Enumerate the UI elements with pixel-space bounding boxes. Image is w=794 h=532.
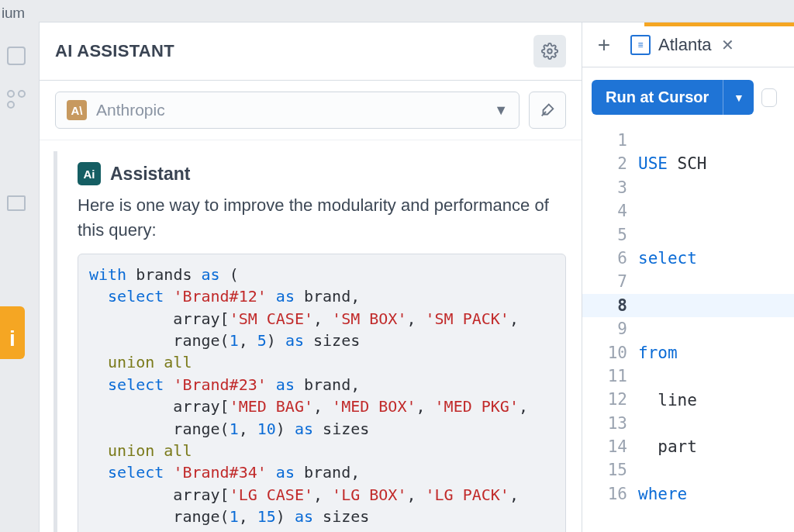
assistant-avatar-icon: Ai (78, 162, 101, 185)
model-select-dropdown[interactable]: A\ Anthropic ▼ (55, 92, 520, 129)
chevron-down-icon: ▼ (494, 102, 508, 119)
gear-icon (541, 43, 558, 60)
truncated-title: ium (0, 5, 25, 22)
toolbar-secondary-button[interactable] (761, 88, 777, 107)
editor-code-area[interactable]: USE SCH select sum(l from line part wher… (638, 127, 794, 532)
editor-tabbar: + ≡ Atlanta ✕ (582, 22, 794, 67)
run-at-cursor-button[interactable]: Run at Cursor (592, 80, 723, 115)
model-name: Anthropic (96, 101, 494, 119)
assistant-role-label: Assistant (110, 164, 191, 185)
code-editor[interactable]: 1234567 8 910111213141516 USE SCH select… (582, 127, 794, 532)
svg-point-0 (547, 49, 552, 54)
clear-chat-button[interactable] (529, 92, 566, 129)
anthropic-logo-icon: A\ (67, 100, 87, 120)
nav-icon-1[interactable] (7, 47, 26, 65)
ai-assistant-panel: AI ASSISTANT A\ Anthropic ▼ Ai Assistant… (40, 22, 582, 532)
chevron-down-icon: ▼ (734, 92, 744, 104)
assistant-code-block[interactable]: with brands as ( select 'Brand#12' as br… (78, 254, 566, 532)
new-tab-button[interactable]: + (592, 33, 616, 57)
active-nav-indicator[interactable]: i (0, 306, 25, 359)
sql-editor-panel: + ≡ Atlanta ✕ Run at Cursor ▼ 1234567 8 … (582, 22, 794, 532)
assistant-message: Here is one way to improve the modularit… (78, 193, 566, 243)
sql-file-icon: ≡ (630, 35, 651, 55)
assistant-title: AI ASSISTANT (55, 41, 174, 61)
tab-active-indicator (644, 22, 794, 26)
editor-toolbar: Run at Cursor ▼ (582, 67, 794, 127)
close-tab-button[interactable]: ✕ (720, 34, 736, 56)
tab-atlanta[interactable]: ≡ Atlanta ✕ (623, 29, 744, 60)
tab-label: Atlanta (658, 35, 712, 55)
run-dropdown-button[interactable]: ▼ (723, 80, 754, 115)
nav-icon-2[interactable] (7, 90, 26, 109)
line-number-gutter: 1234567 8 910111213141516 (582, 127, 638, 532)
brush-icon (539, 102, 556, 119)
assistant-settings-button[interactable] (533, 35, 566, 67)
nav-icon-3[interactable] (7, 195, 26, 211)
left-nav-strip: ium i (0, 0, 33, 532)
